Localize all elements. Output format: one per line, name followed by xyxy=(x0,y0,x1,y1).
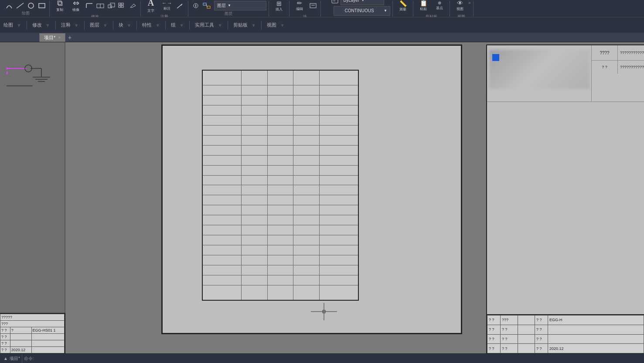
leader-btn[interactable] xyxy=(175,1,186,10)
svg-rect-5 xyxy=(108,5,112,8)
cell-text-medium: ????????????? xyxy=(618,61,644,74)
properties-btn[interactable] xyxy=(191,1,201,10)
cell-q-small: ? ? xyxy=(592,61,618,74)
table-row xyxy=(202,155,358,165)
basepoint-btn[interactable]: ⊕ 基点 xyxy=(432,0,447,14)
table-row xyxy=(202,255,358,265)
layer-dropdown[interactable]: 图层 ▼ xyxy=(214,1,266,10)
scale-btn[interactable] xyxy=(106,1,116,10)
tab-label: 项目* xyxy=(44,34,55,41)
tab-add-btn[interactable]: + xyxy=(65,33,74,42)
table-row: ? ? xyxy=(0,340,65,347)
table-row xyxy=(202,115,358,125)
rect-btn[interactable] xyxy=(37,1,47,10)
paste-icon: 📋 xyxy=(420,0,427,6)
arc-btn[interactable] xyxy=(4,1,14,10)
paste-btn[interactable]: 📋 粘贴 xyxy=(416,0,431,14)
table-row xyxy=(202,70,358,85)
status-text: 项目* xyxy=(10,356,20,362)
stretch-btn[interactable] xyxy=(95,1,106,10)
block-section: ✏ 编辑 块 xyxy=(292,0,318,17)
right-header-text: ???? ??????????????? ? ? ????????????? xyxy=(592,45,644,102)
measure-label: 测量 xyxy=(399,7,406,12)
cell-q5: ? ? xyxy=(0,347,10,353)
view-group: 👁 视图 » 视图 xyxy=(450,1,474,17)
dimension-btn[interactable]: ←→ 标注 xyxy=(159,0,175,14)
editattr-btn[interactable] xyxy=(308,1,318,10)
bylayer-dropdown[interactable]: ByLayer ▼ xyxy=(341,0,384,5)
edit-btn[interactable]: ✏ 编辑 xyxy=(292,0,307,14)
title-cell: ????? xyxy=(0,314,65,321)
cell-q4: ? ? xyxy=(0,340,10,347)
drawing-grid-table xyxy=(202,70,359,301)
measure-icon: 📏 xyxy=(399,0,407,7)
clipboard-section-label: 剪贴板 xyxy=(233,22,248,28)
drawing-paper xyxy=(161,44,462,334)
modify-section-label: 修改 xyxy=(32,22,42,28)
blurred-content-area xyxy=(487,45,592,102)
title-block-left: ????? ??? ? ? ? EGG-HS01 1 ? ? xyxy=(0,313,65,353)
measure-section: 📏 测量 _ xyxy=(395,0,411,17)
tools-section-label: 实用工具 xyxy=(195,22,214,28)
array-btn[interactable] xyxy=(117,1,127,10)
mirror-btn[interactable]: ⇔ 镜像 xyxy=(68,0,84,14)
view-sec-label: 视图 xyxy=(457,14,465,18)
tab-project[interactable]: 项目* × xyxy=(39,33,65,42)
block-group: ✏ 编辑 块 xyxy=(290,1,321,17)
line-btn[interactable] xyxy=(15,1,25,10)
text-btn[interactable]: A 文字 xyxy=(143,0,159,14)
continuous-arrow: ▼ xyxy=(384,9,387,13)
tab-close-btn[interactable]: × xyxy=(58,35,61,40)
right-panel-middle xyxy=(487,102,644,314)
matchprop-btn[interactable] xyxy=(201,1,212,10)
table-row xyxy=(202,85,358,95)
circle-btn[interactable] xyxy=(26,1,36,10)
table-row xyxy=(202,205,358,215)
edit-icon: ✏ xyxy=(297,0,302,6)
svg-rect-9 xyxy=(119,6,121,7)
text-icon: A xyxy=(148,0,154,8)
crosshair-svg xyxy=(311,303,337,320)
main-viewport[interactable]: ???? ??????????????? ? ? ????????????? ?… xyxy=(68,42,644,353)
table-row xyxy=(202,195,358,205)
title-block-right: ? ? ??? ? ? EGG-H ? ? ? ? ? ? ? ? xyxy=(487,314,644,353)
table-row: ??? xyxy=(0,321,65,327)
measure-btn[interactable]: 📏 测量 xyxy=(395,0,411,14)
view-section-label: 视图 xyxy=(267,22,276,28)
insert-icon: ⊞ xyxy=(276,0,282,7)
erase-btn[interactable] xyxy=(128,1,138,10)
insert-btn[interactable]: ⊞ 插入 xyxy=(271,0,287,14)
table-row: ? ? ? ? ? ? xyxy=(487,334,644,344)
table-row: ? ? ? ? ? ? 2020.12 xyxy=(487,344,644,353)
header-row1: ???? ??????????????? xyxy=(592,45,644,61)
svg-rect-15 xyxy=(203,3,206,5)
props-icon-btn[interactable] xyxy=(330,0,340,5)
table-row xyxy=(202,135,358,145)
copy-btn[interactable]: ⧉ 复制 xyxy=(52,0,68,14)
properties-section-label: 特性 xyxy=(142,22,152,28)
svg-rect-2 xyxy=(39,3,45,8)
table-row: ? ? ??? ? ? EGG-H xyxy=(487,316,644,325)
blurred-image xyxy=(489,50,589,89)
svg-point-31 xyxy=(7,71,8,74)
mirror-icon: ⇔ xyxy=(73,0,79,7)
svg-rect-8 xyxy=(121,3,123,5)
cad-symbol xyxy=(7,58,59,94)
view-btn[interactable]: 👁 视图 xyxy=(452,0,468,14)
layer-label: 图层 xyxy=(225,10,232,17)
table-row xyxy=(202,175,358,185)
draw-section-label: 绘图 xyxy=(3,22,13,28)
svg-rect-18 xyxy=(310,3,316,8)
cell-empty5 xyxy=(31,347,64,353)
canvas-area[interactable]: ????? ??? ? ? ? EGG-HS01 1 ? ? xyxy=(0,42,644,353)
right-panel: ???? ??????????????? ? ? ????????????? ?… xyxy=(486,44,644,353)
svg-rect-10 xyxy=(121,6,123,7)
svg-rect-20 xyxy=(332,0,338,3)
text-group: A 文字 ←→ 标注 注释 xyxy=(141,1,188,17)
continuous-dropdown[interactable]: CONTINUOUS ▼ xyxy=(334,6,390,16)
paste-group: 📋 粘贴 ⊕ 基点 剪贴板 xyxy=(413,1,450,17)
cell-empty1 xyxy=(10,334,31,340)
table-row xyxy=(202,95,358,105)
left-sidebar: ????? ??? ? ? ? EGG-HS01 1 ? ? xyxy=(0,42,65,353)
fillet-btn[interactable] xyxy=(84,1,95,10)
